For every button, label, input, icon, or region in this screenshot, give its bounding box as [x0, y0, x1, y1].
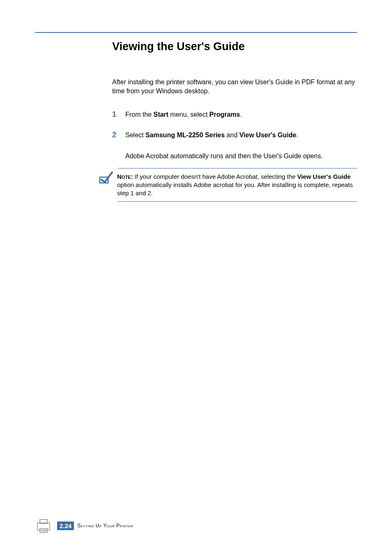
step-1-bold-2: Programs	[210, 111, 240, 118]
step-2-mid: and	[225, 132, 240, 138]
step-2-bold-1: Samsung ML-2250 Series	[145, 132, 225, 138]
note-bold-1: View User's Guide	[297, 173, 350, 180]
page-number-box: 2.24	[57, 522, 74, 530]
step-1-bold-1: Start	[153, 111, 168, 118]
printer-icon	[35, 517, 52, 534]
step-1-post: .	[240, 111, 242, 118]
note-text-line: Note: If your computer doesn't have Adob…	[117, 173, 353, 197]
page-number-prefix: 2.	[60, 522, 65, 529]
footer-title: Setting Up Your Printer	[77, 523, 133, 529]
page-heading: Viewing the User's Guide	[112, 40, 357, 53]
intro-paragraph: After installing the printer software, y…	[112, 78, 357, 96]
step-1-text: From the Start menu, select Programs.	[125, 110, 242, 119]
step-2-bold-2: View User's Guide	[239, 132, 296, 138]
page-footer: 2.24 Setting Up Your Printer	[35, 517, 133, 534]
step-2-number: 2	[112, 131, 125, 139]
svg-rect-3	[40, 529, 47, 533]
note-pre: If your computer doesn't have Adobe Acro…	[133, 173, 297, 180]
step-1-pre: From the	[125, 111, 153, 118]
page-number: 24	[65, 522, 72, 529]
note-content: Note: If your computer doesn't have Adob…	[117, 168, 357, 202]
step-2-followup: Adobe Acrobat automatically runs and the…	[125, 152, 357, 161]
step-2-text: Select Samsung ML-2250 Series and View U…	[125, 131, 298, 140]
step-1-mid: menu, select	[168, 111, 210, 118]
note-label: Note:	[117, 173, 133, 180]
step-1-number: 1	[112, 110, 125, 119]
step-2-pre: Select	[125, 132, 145, 138]
note-block: Note: If your computer doesn't have Adob…	[98, 168, 357, 202]
note-post: option automatically installs Adobe acro…	[117, 181, 353, 196]
checkmark-icon	[98, 170, 115, 188]
step-2-post: .	[296, 132, 298, 138]
step-2: 2 Select Samsung ML-2250 Series and View…	[112, 131, 357, 140]
top-divider	[35, 32, 357, 33]
step-1: 1 From the Start menu, select Programs.	[112, 110, 357, 119]
